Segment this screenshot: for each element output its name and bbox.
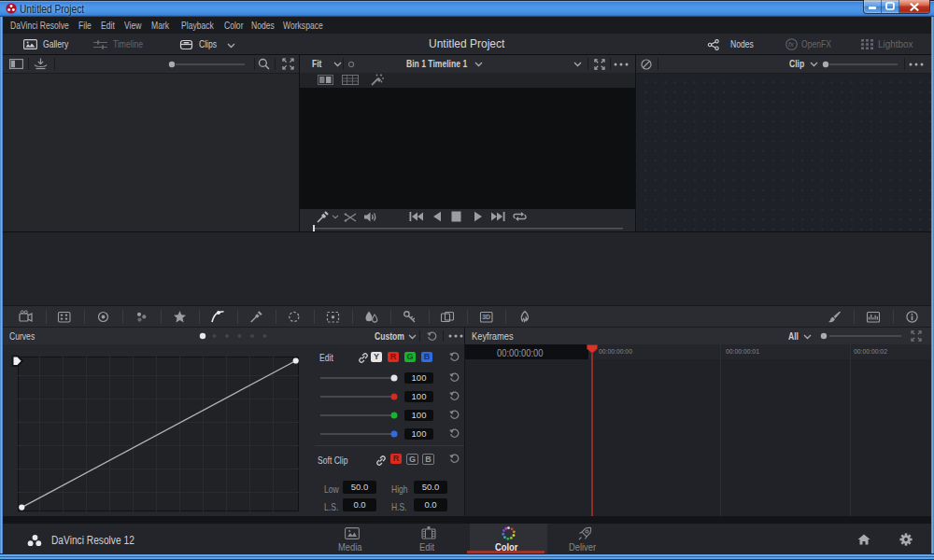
svg-text:3D: 3D bbox=[482, 314, 490, 320]
svg-text:fx: fx bbox=[788, 40, 794, 49]
